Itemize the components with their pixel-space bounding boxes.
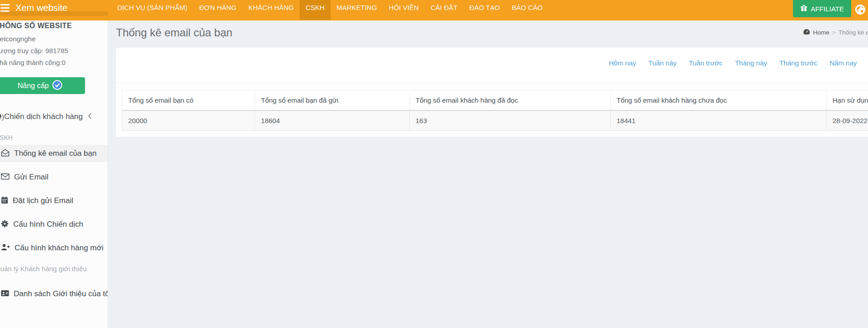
panel-header: Hôm nay Tuần này Tuần trước Tháng này Th… bbox=[116, 48, 868, 84]
affiliate-button[interactable]: AFFILIATE bbox=[793, 0, 851, 17]
sidebar-item-label: Cấu hình khách hàng mới bbox=[15, 244, 103, 253]
panel-body: Tổng số email bạn có Tổng số email bạn đ… bbox=[116, 84, 868, 137]
cell-sent-emails: 18604 bbox=[255, 110, 410, 131]
stats-panel: Hôm nay Tuần này Tuần trước Tháng này Th… bbox=[116, 48, 868, 137]
breadcrumb-separator: > bbox=[832, 29, 836, 36]
site-name: vietcongnghe bbox=[0, 35, 108, 43]
sidebar-item-label: Cấu hình Chiến dịch bbox=[13, 220, 83, 229]
filter-this-year[interactable]: Năm nay bbox=[830, 59, 857, 67]
filter-this-month[interactable]: Tháng này bbox=[735, 59, 767, 67]
website-stats-heading: THÔNG SỐ WEBSITE bbox=[0, 22, 108, 30]
cell-total-emails: 20000 bbox=[122, 110, 255, 131]
traffic-stat: Lượng truy cập: 981785 bbox=[0, 47, 108, 55]
breadcrumb-home[interactable]: Home bbox=[813, 29, 829, 36]
section-label-referral: Quản lý Khách hàng giới thiệu bbox=[0, 265, 108, 273]
email-stats-table: Tổng số email bạn có Tổng số email bạn đ… bbox=[122, 90, 868, 131]
check-circle-icon bbox=[52, 80, 62, 92]
sidebar-item-label: Gửi Email bbox=[14, 173, 49, 182]
column-header: Tổng số email bạn có bbox=[122, 90, 255, 111]
brand-shade bbox=[0, 11, 108, 16]
upgrade-label: Nâng cấp bbox=[18, 82, 49, 90]
nav-item-cai-dat[interactable]: CÀI ĐẶT bbox=[425, 0, 463, 16]
id-card-icon bbox=[1, 290, 9, 298]
campaign-group-header[interactable]: ( ) Chiến dịch khách hàng bbox=[0, 112, 108, 121]
nav-item-cskh[interactable]: CSKH bbox=[300, 0, 331, 20]
cell-unread-emails: 18441 bbox=[611, 110, 827, 131]
nav-item-khach-hang[interactable]: KHÁCH HÀNG bbox=[242, 0, 300, 16]
sidebar-item-my-referrals[interactable]: Danh sách Giới thiệu của tôi bbox=[0, 285, 108, 303]
nav-item-dao-tao[interactable]: ĐÀO TẠO bbox=[463, 0, 506, 16]
user-plus-icon bbox=[1, 244, 10, 253]
globe-icon[interactable] bbox=[855, 4, 866, 15]
gear-icon bbox=[1, 220, 9, 229]
sidebar: THÔNG SỐ WEBSITE vietcongnghe Lượng truy… bbox=[0, 16, 108, 328]
calendar-icon bbox=[1, 196, 8, 206]
sidebar-item-schedule-email[interactable]: Đặt lịch gửi Email bbox=[0, 192, 108, 209]
page-title: Thống kê email của bạn bbox=[116, 26, 868, 39]
sidebar-menu: Thống kê email của bạn Gửi Email bbox=[0, 145, 108, 257]
table-header-row: Tổng số email bạn có Tổng số email bạn đ… bbox=[122, 90, 868, 111]
filter-today[interactable]: Hôm nay bbox=[609, 59, 636, 67]
filter-last-week[interactable]: Tuần trước bbox=[689, 59, 722, 67]
dashboard-icon bbox=[803, 29, 810, 36]
sidebar-item-new-customer-config[interactable]: Cấu hình khách hàng mới bbox=[0, 239, 108, 257]
nav-item-marketing[interactable]: MARKETING bbox=[331, 0, 383, 16]
table-row: 20000 18604 163 18441 28-09-2022 bbox=[122, 110, 868, 131]
breadcrumb: Home > Thống kê email của bạn bbox=[803, 29, 868, 36]
brand-area: Xem website bbox=[0, 0, 108, 16]
gift-icon bbox=[800, 5, 808, 13]
success-rate-stat: Khả năng thành công:0 bbox=[0, 59, 108, 66]
filter-last-month[interactable]: Tháng trước bbox=[779, 59, 817, 67]
upgrade-button[interactable]: Nâng cấp bbox=[0, 77, 85, 94]
affiliate-label: AFFILIATE bbox=[811, 5, 844, 13]
nav-item-dich-vu[interactable]: DỊCH VỤ (SẢN PHẨM) bbox=[111, 0, 193, 16]
sidebar-item-label: Danh sách Giới thiệu của tôi bbox=[14, 289, 108, 298]
breadcrumb-current: Thống kê email của bạn bbox=[838, 29, 868, 36]
column-header: Tổng số email bạn đã gửi bbox=[255, 90, 410, 111]
column-header: Tổng số email khách hàng chưa đọc bbox=[611, 90, 827, 111]
envelope-open-icon bbox=[1, 149, 10, 159]
campaign-group-label: Chiến dịch khách hàng bbox=[4, 112, 83, 121]
column-header: Tổng số email khách hàng đã đọc bbox=[410, 90, 611, 111]
cell-read-emails: 163 bbox=[410, 110, 611, 131]
sidebar-item-label: Thống kê email của bạn bbox=[14, 149, 96, 158]
chevron-left-icon[interactable] bbox=[88, 112, 92, 121]
sidebar-item-campaign-config[interactable]: Cấu hình Chiến dịch bbox=[0, 216, 108, 233]
top-navigation: DỊCH VỤ (SẢN PHẨM) ĐƠN HÀNG KHÁCH HÀNG C… bbox=[111, 0, 549, 20]
date-filters: Hôm nay Tuần này Tuần trước Tháng này Th… bbox=[609, 59, 857, 67]
filter-this-week[interactable]: Tuần này bbox=[648, 59, 677, 67]
sidebar-item-send-email[interactable]: Gửi Email bbox=[0, 169, 108, 186]
nav-item-bao-cao[interactable]: BÁO CÁO bbox=[506, 0, 548, 16]
nav-item-hoi-vien[interactable]: HỘI VIÊN bbox=[383, 0, 425, 16]
content-area: Thống kê email của bạn Home > Thống kê e… bbox=[108, 20, 868, 328]
section-label-cskh: CSKH bbox=[0, 134, 108, 141]
envelope-icon bbox=[1, 173, 10, 182]
sidebar-item-email-stats[interactable]: Thống kê email của bạn bbox=[0, 145, 108, 162]
top-navbar: Xem website DỊCH VỤ (SẢN PHẨM) ĐƠN HÀNG … bbox=[0, 0, 868, 20]
sidebar-item-label: Đặt lịch gửi Email bbox=[13, 196, 73, 205]
nav-item-don-hang[interactable]: ĐƠN HÀNG bbox=[193, 0, 242, 16]
column-header: Hạn sử dụng bbox=[827, 90, 868, 111]
cell-expiry-date: 28-09-2022 bbox=[827, 110, 868, 131]
